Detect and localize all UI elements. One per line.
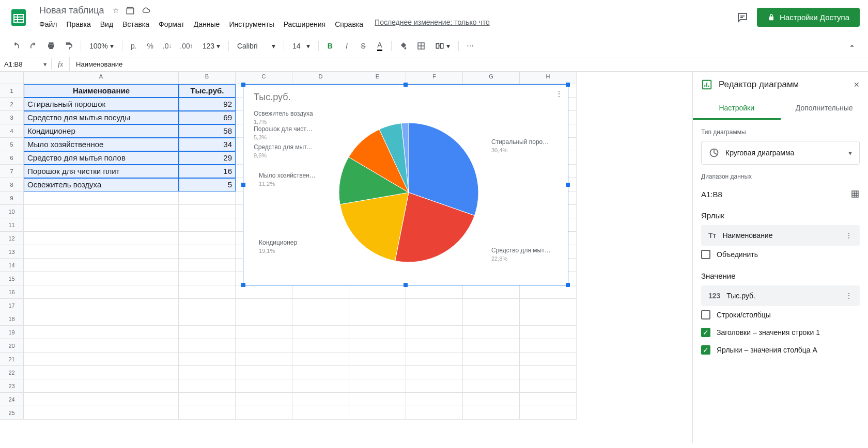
print-icon[interactable] bbox=[43, 39, 59, 53]
cloud-icon[interactable] bbox=[141, 6, 150, 15]
row-header[interactable]: 18 bbox=[0, 312, 24, 326]
cell[interactable]: Наименование bbox=[24, 84, 179, 98]
cell[interactable] bbox=[349, 326, 406, 339]
cell[interactable] bbox=[463, 366, 520, 379]
merge-cells-icon[interactable]: ▾ bbox=[431, 39, 454, 53]
tab-setup[interactable]: Настройки bbox=[693, 98, 781, 120]
row-header[interactable]: 8 bbox=[0, 178, 24, 191]
cell[interactable] bbox=[349, 393, 406, 406]
row-header[interactable]: 6 bbox=[0, 151, 24, 165]
cell[interactable] bbox=[236, 406, 292, 420]
resize-handle[interactable] bbox=[404, 83, 408, 87]
cell[interactable] bbox=[463, 406, 520, 420]
formula-input[interactable]: Наименование bbox=[70, 58, 868, 70]
cell[interactable]: Мыло хозяйственное bbox=[24, 138, 179, 151]
row-header[interactable]: 14 bbox=[0, 259, 24, 272]
cell[interactable] bbox=[406, 326, 463, 339]
cell[interactable]: 69 bbox=[179, 111, 236, 124]
last-modified[interactable]: Последнее изменение: только что bbox=[375, 18, 490, 30]
cell[interactable] bbox=[406, 406, 463, 420]
percent-button[interactable]: % bbox=[143, 39, 158, 53]
cell[interactable] bbox=[179, 191, 236, 205]
cell[interactable] bbox=[24, 299, 179, 312]
inc-decimal-icon[interactable]: .00↑ bbox=[177, 39, 196, 53]
row-header[interactable]: 1 bbox=[0, 84, 24, 98]
cell[interactable] bbox=[463, 285, 520, 299]
cell[interactable] bbox=[179, 353, 236, 366]
col-header[interactable]: F bbox=[406, 72, 463, 84]
cell[interactable] bbox=[179, 393, 236, 406]
cell[interactable] bbox=[292, 379, 349, 393]
cell[interactable] bbox=[236, 312, 292, 326]
row-header[interactable]: 12 bbox=[0, 232, 24, 245]
cell[interactable] bbox=[24, 218, 179, 232]
zoom-dropdown[interactable]: 100% ▾ bbox=[85, 40, 118, 52]
cell[interactable] bbox=[349, 285, 406, 299]
cell[interactable] bbox=[463, 379, 520, 393]
cell[interactable]: Средство для мытья посуды bbox=[24, 111, 179, 124]
cell[interactable] bbox=[406, 353, 463, 366]
resize-handle[interactable] bbox=[566, 283, 570, 287]
chart-object[interactable]: ⋮ Тыс.руб. Стиральный поро…30,4%Средство… bbox=[243, 84, 568, 285]
resize-handle[interactable] bbox=[404, 283, 408, 287]
cell[interactable] bbox=[292, 285, 349, 299]
cell[interactable]: Стиральный порошок bbox=[24, 98, 179, 111]
cell[interactable] bbox=[179, 259, 236, 272]
cell[interactable] bbox=[24, 259, 179, 272]
cell[interactable] bbox=[520, 312, 577, 326]
cell[interactable] bbox=[463, 312, 520, 326]
doc-title[interactable]: Новая таблица bbox=[35, 4, 109, 17]
aggregate-checkbox[interactable]: Объединить bbox=[701, 246, 860, 263]
cell[interactable] bbox=[236, 393, 292, 406]
cell[interactable] bbox=[520, 366, 577, 379]
data-range-value[interactable]: A1:B8 bbox=[701, 190, 722, 199]
use-col-a-labels-checkbox[interactable]: ✓ Ярлыки – значения столбца A bbox=[701, 341, 860, 359]
cell[interactable] bbox=[179, 326, 236, 339]
font-size-dropdown[interactable]: 14▾ bbox=[288, 40, 314, 52]
cell[interactable] bbox=[24, 393, 179, 406]
cell[interactable] bbox=[292, 393, 349, 406]
cell[interactable] bbox=[236, 366, 292, 379]
cell[interactable] bbox=[179, 218, 236, 232]
cell[interactable] bbox=[236, 353, 292, 366]
cell[interactable] bbox=[520, 406, 577, 420]
cell[interactable] bbox=[463, 393, 520, 406]
cell[interactable]: 92 bbox=[179, 98, 236, 111]
undo-icon[interactable] bbox=[8, 39, 24, 53]
menu-инструменты[interactable]: Инструменты bbox=[225, 18, 278, 30]
cell[interactable]: Средство для мытья полов bbox=[24, 151, 179, 165]
currency-button[interactable]: р. bbox=[127, 39, 141, 53]
row-header[interactable]: 25 bbox=[0, 406, 24, 420]
cell[interactable] bbox=[179, 406, 236, 420]
cell[interactable] bbox=[24, 353, 179, 366]
cell[interactable] bbox=[179, 245, 236, 259]
cell[interactable] bbox=[179, 379, 236, 393]
cell[interactable] bbox=[24, 232, 179, 245]
cell[interactable] bbox=[292, 326, 349, 339]
chart-menu-icon[interactable]: ⋮ bbox=[555, 90, 563, 98]
cell[interactable] bbox=[406, 393, 463, 406]
cell[interactable] bbox=[24, 245, 179, 259]
menu-файл[interactable]: Файл bbox=[35, 18, 61, 30]
row-header[interactable]: 3 bbox=[0, 111, 24, 124]
row-header[interactable]: 4 bbox=[0, 124, 24, 138]
name-box[interactable]: A1:B8▾ bbox=[0, 58, 52, 70]
cell[interactable]: Освежитель воздуха bbox=[24, 178, 179, 191]
row-header[interactable]: 15 bbox=[0, 272, 24, 285]
cell[interactable] bbox=[24, 312, 179, 326]
cell[interactable] bbox=[24, 339, 179, 353]
row-header[interactable]: 7 bbox=[0, 165, 24, 178]
close-icon[interactable]: ✕ bbox=[854, 81, 860, 89]
cell[interactable] bbox=[349, 312, 406, 326]
cell[interactable]: Кондиционер bbox=[24, 124, 179, 138]
sheets-logo[interactable] bbox=[8, 7, 29, 28]
cell[interactable] bbox=[24, 326, 179, 339]
row-header[interactable]: 21 bbox=[0, 353, 24, 366]
cell[interactable] bbox=[349, 339, 406, 353]
select-range-icon[interactable] bbox=[850, 189, 860, 199]
row-header[interactable]: 24 bbox=[0, 393, 24, 406]
cell[interactable] bbox=[463, 353, 520, 366]
cell[interactable] bbox=[179, 285, 236, 299]
row-header[interactable]: 13 bbox=[0, 245, 24, 259]
menu-правка[interactable]: Правка bbox=[62, 18, 95, 30]
